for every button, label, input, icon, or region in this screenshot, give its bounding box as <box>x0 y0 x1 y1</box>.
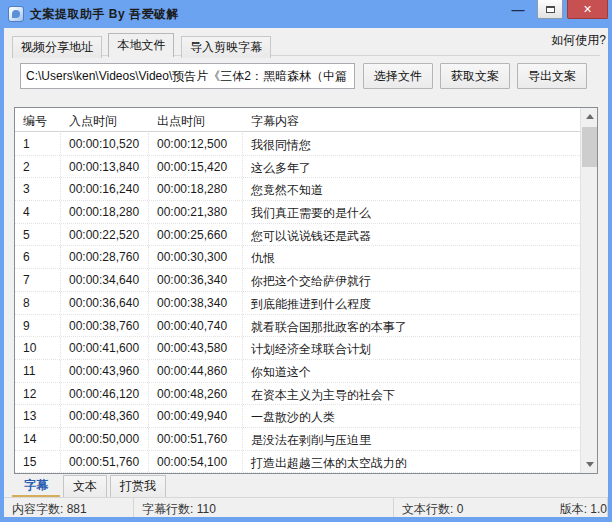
cell-number: 4 <box>15 201 61 223</box>
cell-out-time: 00:00:12,500 <box>149 133 243 155</box>
column-header-in-time[interactable]: 入点时间 <box>61 108 149 131</box>
cell-out-time: 00:00:40,740 <box>149 315 243 337</box>
cell-number: 6 <box>15 246 61 268</box>
maximize-icon <box>546 6 555 13</box>
cell-content: 就看联合国那批政客的本事了 <box>243 315 580 337</box>
bottom-tab[interactable]: 文本 <box>63 475 107 498</box>
scrollbar-thumb[interactable] <box>582 127 597 167</box>
cell-in-time: 00:00:46,120 <box>61 383 149 405</box>
bottom-tab[interactable]: 字幕 <box>12 475 60 498</box>
maximize-button[interactable] <box>537 0 563 19</box>
subtitle-table: 编号 入点时间 出点时间 字幕内容 1 00:00:10,520 00:00:1… <box>14 107 598 474</box>
table-row[interactable]: 14 00:00:50,000 00:00:51,760 是没法在剥削与压迫里 <box>15 428 580 451</box>
cell-out-time: 00:00:18,280 <box>149 178 243 200</box>
table-row[interactable]: 3 00:00:16,240 00:00:18,280 您竟然不知道 <box>15 178 580 201</box>
cell-in-time: 00:00:13,840 <box>61 156 149 178</box>
cell-content: 是没法在剥削与压迫里 <box>243 428 580 450</box>
window-title: 文案提取助手 By 吾爱破解 <box>30 6 179 23</box>
cell-number: 10 <box>15 337 61 359</box>
cell-in-time: 00:00:10,520 <box>61 133 149 155</box>
file-action-button[interactable]: 获取文案 <box>440 63 510 89</box>
status-panel: 内容字数: 881 <box>4 498 134 517</box>
status-panel: 版本: 1.0 <box>552 498 608 517</box>
cell-number: 3 <box>15 178 61 200</box>
scroll-down-button[interactable] <box>581 456 598 473</box>
cell-number: 15 <box>15 451 61 473</box>
client-area: 视频分享地址 本地文件 导入剪映字幕 如何使用? 选择文件 获取文案 导出文案 … <box>4 28 608 517</box>
cell-in-time: 00:00:50,000 <box>61 428 149 450</box>
bottom-tab[interactable]: 打赏我 <box>110 475 166 498</box>
cell-in-time: 00:00:34,640 <box>61 269 149 291</box>
table-row[interactable]: 10 00:00:41,600 00:00:43,580 计划经济全球联合计划 <box>15 337 580 360</box>
chevron-up-icon <box>586 114 594 119</box>
minimize-button[interactable]: — <box>503 0 533 19</box>
cell-number: 2 <box>15 156 61 178</box>
cell-in-time: 00:00:38,760 <box>61 315 149 337</box>
vertical-scrollbar[interactable] <box>580 108 597 473</box>
cell-content: 仇恨 <box>243 246 580 268</box>
column-header-number[interactable]: 编号 <box>15 108 61 131</box>
table-row[interactable]: 9 00:00:38,760 00:00:40,740 就看联合国那批政客的本事… <box>15 315 580 338</box>
cell-number: 14 <box>15 428 61 450</box>
table-row[interactable]: 8 00:00:36,640 00:00:38,340 到底能推进到什么程度 <box>15 292 580 315</box>
cell-out-time: 00:00:48,260 <box>149 383 243 405</box>
cell-in-time: 00:00:43,960 <box>61 360 149 382</box>
subtitle-table-header: 编号 入点时间 出点时间 字幕内容 <box>15 108 597 132</box>
table-row[interactable]: 1 00:00:10,520 00:00:12,500 我很同情您 <box>15 133 580 156</box>
cell-out-time: 00:00:49,940 <box>149 405 243 427</box>
cell-out-time: 00:00:36,340 <box>149 269 243 291</box>
cell-number: 13 <box>15 405 61 427</box>
app-window: 文案提取助手 By 吾爱破解 — ✕ 视频分享地址 本地文件 导入剪映字幕 如何… <box>0 0 612 522</box>
cell-number: 11 <box>15 360 61 382</box>
top-tab-strip: 视频分享地址 本地文件 导入剪映字幕 <box>12 33 600 56</box>
cell-out-time: 00:00:30,300 <box>149 246 243 268</box>
cell-number: 8 <box>15 292 61 314</box>
cell-content: 到底能推进到什么程度 <box>243 292 580 314</box>
table-row[interactable]: 5 00:00:22,520 00:00:25,660 您可以说说钱还是武器 <box>15 224 580 247</box>
table-row[interactable]: 11 00:00:43,960 00:00:44,860 你知道这个 <box>15 360 580 383</box>
cell-content: 打造出超越三体的太空战力的 <box>243 451 580 473</box>
title-bar: 文案提取助手 By 吾爱破解 — ✕ <box>0 0 612 28</box>
file-action-button[interactable]: 导出文案 <box>517 63 587 89</box>
table-row[interactable]: 15 00:00:51,760 00:00:54,100 打造出超越三体的太空战… <box>15 451 580 473</box>
cell-number: 12 <box>15 383 61 405</box>
close-button[interactable]: ✕ <box>567 0 608 19</box>
subtitle-table-body: 1 00:00:10,520 00:00:12,500 我很同情您 2 00:0… <box>15 133 580 473</box>
cell-out-time: 00:00:15,420 <box>149 156 243 178</box>
table-row[interactable]: 12 00:00:46,120 00:00:48,260 在资本主义为主导的社会… <box>15 383 580 406</box>
file-path-input[interactable] <box>20 63 355 89</box>
status-panel: 文本行数: 0 <box>394 498 552 517</box>
cell-content: 您可以说说钱还是武器 <box>243 224 580 246</box>
cell-in-time: 00:00:18,280 <box>61 201 149 223</box>
cell-content: 你知道这个 <box>243 360 580 382</box>
table-row[interactable]: 7 00:00:34,640 00:00:36,340 你把这个交给萨伊就行 <box>15 269 580 292</box>
cell-out-time: 00:00:25,660 <box>149 224 243 246</box>
cell-content: 我很同情您 <box>243 133 580 155</box>
scroll-up-button[interactable] <box>581 108 598 125</box>
cell-content: 在资本主义为主导的社会下 <box>243 383 580 405</box>
help-link[interactable]: 如何使用? <box>551 32 606 49</box>
cell-out-time: 00:00:54,100 <box>149 451 243 473</box>
cell-content: 一盘散沙的人类 <box>243 405 580 427</box>
table-row[interactable]: 6 00:00:28,760 00:00:30,300 仇恨 <box>15 246 580 269</box>
cell-number: 1 <box>15 133 61 155</box>
cell-out-time: 00:00:38,340 <box>149 292 243 314</box>
cell-content: 我们真正需要的是什么 <box>243 201 580 223</box>
top-tab[interactable]: 本地文件 <box>108 33 174 57</box>
file-action-button[interactable]: 选择文件 <box>363 63 433 89</box>
cell-in-time: 00:00:48,360 <box>61 405 149 427</box>
column-header-out-time[interactable]: 出点时间 <box>149 108 243 131</box>
cell-content: 这么多年了 <box>243 156 580 178</box>
top-tab[interactable]: 导入剪映字幕 <box>181 36 271 58</box>
top-tab[interactable]: 视频分享地址 <box>12 36 102 58</box>
chevron-down-icon <box>586 462 594 467</box>
column-header-content[interactable]: 字幕内容 <box>243 108 597 131</box>
cell-in-time: 00:00:51,760 <box>61 451 149 473</box>
cell-out-time: 00:00:21,380 <box>149 201 243 223</box>
table-row[interactable]: 2 00:00:13,840 00:00:15,420 这么多年了 <box>15 156 580 179</box>
table-row[interactable]: 4 00:00:18,280 00:00:21,380 我们真正需要的是什么 <box>15 201 580 224</box>
status-bar: 内容字数: 881 字幕行数: 110 文本行数: 0 版本: 1.0 <box>4 497 608 517</box>
cell-out-time: 00:00:43,580 <box>149 337 243 359</box>
table-row[interactable]: 13 00:00:48,360 00:00:49,940 一盘散沙的人类 <box>15 405 580 428</box>
cell-number: 9 <box>15 315 61 337</box>
